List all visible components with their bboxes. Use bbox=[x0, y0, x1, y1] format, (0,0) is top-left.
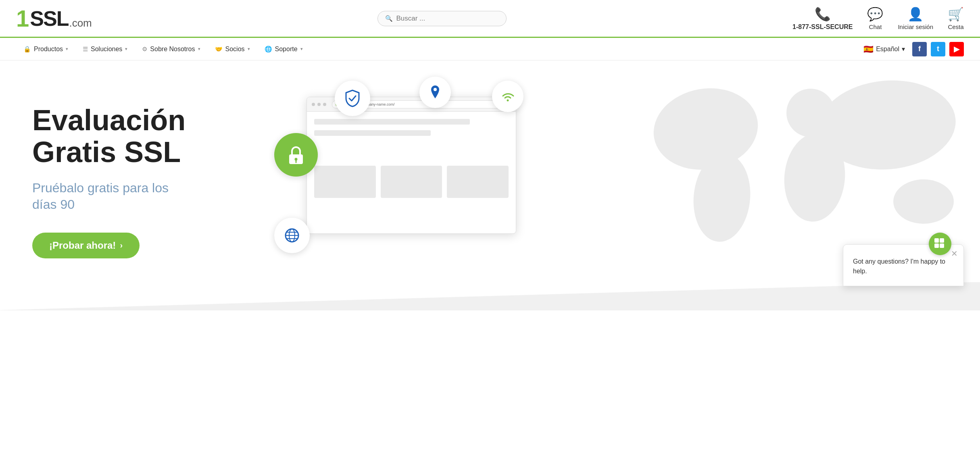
chevron-down-icon-2: ▾ bbox=[125, 46, 127, 52]
phone-label: 1-877-SSL-SECURE bbox=[792, 23, 853, 31]
user-icon: 👤 bbox=[907, 6, 924, 22]
svg-rect-18 bbox=[934, 243, 939, 248]
cart-label: Cesta bbox=[948, 23, 963, 30]
browser-mockup: https://www.company-name.com/ bbox=[307, 97, 516, 234]
gear-nav-icon: ⚙ bbox=[142, 46, 147, 53]
handshake-nav-icon: 🤝 bbox=[215, 46, 223, 53]
logo[interactable]: 1 SSL .com bbox=[16, 5, 92, 32]
login-label: Iniciar sesión bbox=[898, 23, 933, 30]
chevron-down-icon-4: ▾ bbox=[248, 46, 250, 52]
browser-content bbox=[307, 112, 516, 205]
chevron-down-icon-5: ▾ bbox=[300, 46, 303, 52]
browser-cards bbox=[314, 166, 509, 198]
nav-item-soluciones[interactable]: ☰ Soluciones ▾ bbox=[75, 38, 135, 60]
content-bar-1 bbox=[314, 119, 470, 125]
youtube-button[interactable]: ▶ bbox=[949, 42, 964, 56]
chat-action[interactable]: 💬 Chat bbox=[867, 6, 883, 30]
search-box[interactable]: 🔍 bbox=[377, 11, 507, 26]
language-label: Español bbox=[876, 46, 899, 53]
search-area: 🔍 bbox=[92, 11, 792, 26]
list-nav-icon: ☰ bbox=[83, 46, 88, 53]
chevron-lang-icon: ▾ bbox=[902, 45, 905, 53]
search-input[interactable] bbox=[396, 15, 499, 23]
twitter-icon: t bbox=[937, 45, 939, 53]
browser-dot-1 bbox=[312, 103, 315, 106]
logo-ssl: SSL bbox=[30, 8, 68, 29]
logo-com: .com bbox=[69, 17, 92, 32]
chat-label: Chat bbox=[869, 23, 882, 30]
chevron-down-icon-3: ▾ bbox=[198, 46, 200, 52]
chat-popup: ✕ Got any questions? I'm happy to help. bbox=[843, 244, 964, 286]
browser-dot-3 bbox=[323, 103, 326, 106]
globe-nav-icon: 🌐 bbox=[265, 46, 272, 53]
content-bar-2 bbox=[314, 130, 431, 136]
phone-action[interactable]: 📞 1-877-SSL-SECURE bbox=[792, 6, 853, 31]
globe-float-icon bbox=[274, 218, 310, 253]
cta-label: ¡Probar ahora! bbox=[49, 240, 116, 251]
wifi-float-icon bbox=[492, 81, 523, 112]
browser-card-1 bbox=[314, 166, 376, 198]
flag-icon: 🇪🇸 bbox=[863, 44, 874, 54]
hero-right: https://www.company-name.com/ bbox=[242, 77, 964, 286]
nav-item-sobre-nosotros[interactable]: ⚙ Sobre Nosotros ▾ bbox=[135, 38, 207, 60]
phone-icon: 📞 bbox=[815, 6, 831, 22]
search-icon: 🔍 bbox=[385, 15, 393, 22]
nav-label-socios: Socios bbox=[225, 46, 245, 53]
chat-agent-icon bbox=[929, 233, 951, 255]
cart-icon: 🛒 bbox=[948, 6, 964, 22]
facebook-button[interactable]: f bbox=[912, 42, 927, 56]
browser-card-3 bbox=[447, 166, 509, 198]
svg-rect-16 bbox=[934, 238, 939, 243]
nav-right: 🇪🇸 Español ▾ f t ▶ bbox=[860, 42, 964, 56]
browser-card-2 bbox=[381, 166, 442, 198]
location-float-icon bbox=[419, 77, 451, 108]
shield-float-icon bbox=[335, 81, 370, 116]
facebook-icon: f bbox=[918, 45, 921, 53]
svg-point-7 bbox=[507, 100, 509, 102]
svg-rect-19 bbox=[940, 243, 944, 248]
hero-section: EvaluaciónGratis SSL Pruébalo gratis par… bbox=[0, 60, 980, 310]
hero-left: EvaluaciónGratis SSL Pruébalo gratis par… bbox=[32, 104, 242, 258]
nav-item-soporte[interactable]: 🌐 Soporte ▾ bbox=[257, 38, 310, 60]
nav-item-productos[interactable]: 🔒 Productos ▾ bbox=[16, 38, 75, 60]
top-bar: 1 SSL .com 🔍 📞 1-877-SSL-SECURE 💬 Chat 👤… bbox=[0, 0, 980, 38]
nav-bar: 🔒 Productos ▾ ☰ Soluciones ▾ ⚙ Sobre Nos… bbox=[0, 38, 980, 60]
cta-button[interactable]: ¡Probar ahora! › bbox=[32, 233, 140, 258]
arrow-icon: › bbox=[120, 241, 123, 250]
hero-subtitle: Pruébalo gratis para losdías 90 bbox=[32, 180, 242, 213]
svg-point-6 bbox=[434, 88, 437, 91]
lock-nav-icon: 🔒 bbox=[23, 46, 31, 53]
login-action[interactable]: 👤 Iniciar sesión bbox=[898, 6, 933, 30]
logo-num: 1 bbox=[16, 5, 29, 32]
browser-dot-2 bbox=[317, 103, 321, 106]
chat-close-button[interactable]: ✕ bbox=[951, 249, 958, 258]
nav-items: 🔒 Productos ▾ ☰ Soluciones ▾ ⚙ Sobre Nos… bbox=[16, 38, 860, 60]
nav-label-productos: Productos bbox=[34, 46, 63, 53]
nav-item-socios[interactable]: 🤝 Socios ▾ bbox=[208, 38, 257, 60]
nav-label-sobre-nosotros: Sobre Nosotros bbox=[150, 46, 195, 53]
cart-action[interactable]: 🛒 Cesta bbox=[948, 6, 964, 30]
nav-label-soluciones: Soluciones bbox=[91, 46, 122, 53]
svg-rect-17 bbox=[940, 238, 944, 243]
hero-title: EvaluaciónGratis SSL bbox=[32, 104, 242, 168]
twitter-button[interactable]: t bbox=[931, 42, 945, 56]
youtube-icon: ▶ bbox=[954, 45, 959, 54]
language-selector[interactable]: 🇪🇸 Español ▾ bbox=[860, 44, 908, 54]
bottom-wave bbox=[0, 282, 980, 310]
chevron-down-icon: ▾ bbox=[66, 46, 68, 52]
top-actions: 📞 1-877-SSL-SECURE 💬 Chat 👤 Iniciar sesi… bbox=[792, 6, 964, 31]
chat-message: Got any questions? I'm happy to help. bbox=[853, 257, 954, 276]
chat-icon: 💬 bbox=[867, 6, 883, 22]
lock-float-icon bbox=[274, 133, 318, 177]
nav-label-soporte: Soporte bbox=[275, 46, 298, 53]
